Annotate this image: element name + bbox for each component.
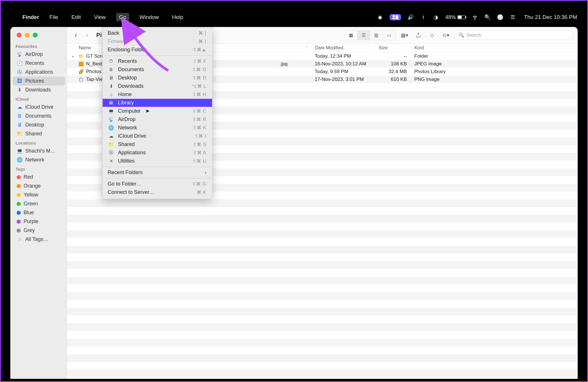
now-playing-icon[interactable]: ◑	[433, 14, 439, 20]
sidebar-item-label: Documents	[25, 113, 51, 119]
menu-item-icon: 🗎	[108, 67, 115, 72]
sidebar-item-label: AirDrop	[25, 51, 43, 57]
empty-row	[67, 254, 578, 261]
control-center-icon[interactable]	[390, 14, 401, 20]
sidebar-item-label: Grey	[24, 227, 35, 233]
menu-item-label: Network	[118, 125, 193, 131]
go-menu-computer[interactable]: 💻Computer⇧⌘ C	[102, 107, 212, 115]
record-icon[interactable]: ◉	[377, 14, 383, 20]
bluetooth-icon[interactable]: ᚼ	[420, 14, 426, 20]
sidebar-item-all-tags-[interactable]: ○All Tags…	[13, 235, 65, 244]
sidebar-item-applications[interactable]: ⒶApplications	[13, 68, 65, 77]
sidebar-item-icloud-drive[interactable]: ☁iCloud Drive	[13, 103, 65, 112]
sidebar-item-purple[interactable]: Purple	[13, 217, 65, 226]
file-icon: 🌈	[78, 69, 84, 74]
search-field[interactable]: 🔍 Search	[455, 31, 572, 40]
menu-help[interactable]: Help	[169, 13, 186, 21]
tag-dot-icon	[17, 202, 21, 206]
go-menu-back[interactable]: Back⌘ [	[102, 29, 212, 37]
menu-edit[interactable]: Edit	[69, 13, 84, 21]
list-view-button[interactable]: ☰	[357, 31, 370, 40]
sidebar-item-yellow[interactable]: Yellow	[13, 190, 65, 199]
go-menu-utilities[interactable]: ✕Utilities⇧⌘ U	[102, 157, 212, 165]
more-button[interactable]: ⊙▾	[441, 31, 451, 40]
empty-row	[67, 238, 578, 246]
menu-item-icon: Ⓐ	[108, 150, 115, 156]
go-menu: Back⌘ [Forward⌘ ]Enclosing Folder⇧⌘▲⏱Rec…	[102, 27, 212, 199]
sidebar-item-grey[interactable]: Grey	[13, 226, 65, 235]
siri-icon[interactable]: ⚪	[497, 14, 503, 20]
go-menu-library[interactable]: 🏛Library	[102, 99, 212, 107]
sidebar-item-desktop[interactable]: 🖥Desktop	[13, 120, 65, 129]
empty-row	[67, 199, 578, 207]
minimize-button[interactable]	[25, 33, 30, 38]
go-menu-icloud-drive[interactable]: ☁iCloud Drive⇧⌘ I	[102, 132, 212, 140]
menu-file[interactable]: File	[47, 13, 61, 21]
col-date[interactable]: Date Modified	[311, 45, 375, 50]
menu-view[interactable]: View	[91, 13, 109, 21]
tag-dot-icon	[17, 229, 21, 233]
sidebar-item-shachi-s-m-[interactable]: 💻Shachi's M…	[13, 147, 65, 155]
gallery-view-button[interactable]: ▭	[383, 31, 395, 40]
menu-item-icon: ✕	[108, 158, 115, 164]
zoom-button[interactable]	[33, 33, 38, 38]
disclosure-icon[interactable]: ▸	[72, 54, 76, 58]
battery-status[interactable]: 48%	[445, 14, 465, 20]
forward-button[interactable]: ›	[84, 31, 91, 40]
go-menu-downloads[interactable]: ⬇Downloads⌥⌘ L	[102, 82, 212, 90]
volume-icon[interactable]: 🔊	[407, 14, 414, 20]
empty-row	[67, 315, 578, 323]
empty-row	[67, 284, 578, 292]
menu-go[interactable]: Go	[116, 13, 129, 21]
col-kind[interactable]: Kind	[411, 45, 578, 50]
spotlight-icon[interactable]: 🔍	[484, 14, 491, 20]
sidebar-item-airdrop[interactable]: 📡AirDrop	[13, 50, 65, 59]
sidebar-item-orange[interactable]: Orange	[13, 182, 65, 190]
close-button[interactable]	[17, 33, 22, 38]
icon-view-button[interactable]: ▦	[345, 31, 357, 40]
sidebar-item-green[interactable]: Green	[13, 199, 65, 208]
menu-item-label: Go to Folder…	[108, 181, 192, 187]
menu-window[interactable]: Window	[137, 13, 162, 21]
go-menu-documents[interactable]: 🗎Documents⇧⌘ O	[102, 65, 212, 74]
group-by-button[interactable]: ▦▾	[400, 31, 409, 40]
menubar-app-name[interactable]: Finder	[22, 14, 39, 20]
sidebar-item-label: Applications	[25, 69, 53, 75]
go-menu-network[interactable]: 🌐Network⇧⌘ K	[102, 124, 212, 132]
sidebar-item-shared[interactable]: 📁Shared	[13, 129, 65, 138]
menu-item-label: Utilities	[118, 158, 192, 164]
clock-icon: 🕘	[17, 61, 22, 66]
go-menu-connect-to-server-[interactable]: Connect to Server…⌘ K	[102, 188, 212, 196]
go-menu-airdrop[interactable]: 📡AirDrop⇧⌘ R	[102, 115, 212, 124]
go-menu-shared[interactable]: 📁Shared⇧⌘ S	[102, 140, 212, 149]
go-menu-recents[interactable]: ⏱Recents⇧⌘ F	[102, 57, 212, 65]
menu-shortcut: ⇧⌘ R	[192, 117, 206, 122]
finder-sidebar: Favourites📡AirDrop🕘RecentsⒶApplications🖼…	[10, 27, 67, 379]
sidebar-item-downloads[interactable]: ⬇Downloads	[13, 85, 65, 94]
downloads-icon: ⬇	[17, 87, 22, 93]
menu-item-label: Shared	[118, 141, 193, 147]
column-view-button[interactable]: ▥	[370, 31, 383, 40]
go-menu-applications[interactable]: ⒶApplications⇧⌘ A	[102, 149, 212, 157]
sidebar-item-label: All Tags…	[25, 236, 49, 242]
tags-button[interactable]: ◇	[427, 31, 437, 40]
col-size[interactable]: Size	[375, 45, 411, 50]
notifications-icon[interactable]: ☰	[510, 14, 516, 20]
go-menu-desktop[interactable]: 🖥Desktop⇧⌘ D	[102, 74, 212, 82]
go-menu-enclosing-folder[interactable]: Enclosing Folder⇧⌘▲	[102, 46, 212, 54]
sidebar-item-red[interactable]: Red	[13, 173, 65, 182]
wifi-icon[interactable]	[472, 14, 478, 20]
sidebar-item-recents[interactable]: 🕘Recents	[13, 59, 65, 68]
go-menu-home[interactable]: ⌂Home⇧⌘ H	[102, 90, 212, 99]
go-menu-go-to-folder-[interactable]: Go to Folder…⇧⌘ G	[102, 180, 212, 188]
sidebar-item-documents[interactable]: 🗎Documents	[13, 112, 65, 120]
sidebar-item-blue[interactable]: Blue	[13, 208, 65, 217]
sidebar-item-pictures[interactable]: 🖼Pictures	[13, 77, 65, 85]
menu-item-icon: 🏛	[108, 100, 115, 106]
menubar-clock[interactable]: Thu 21 Dec 10:36 PM	[524, 14, 577, 20]
back-button[interactable]: ‹	[72, 31, 80, 40]
sidebar-item-network[interactable]: 🌐Network	[13, 155, 65, 164]
share-button[interactable]	[413, 31, 423, 40]
file-kind: Photos Library	[411, 69, 578, 75]
go-menu-recent-folders[interactable]: Recent Folders›	[102, 168, 212, 177]
